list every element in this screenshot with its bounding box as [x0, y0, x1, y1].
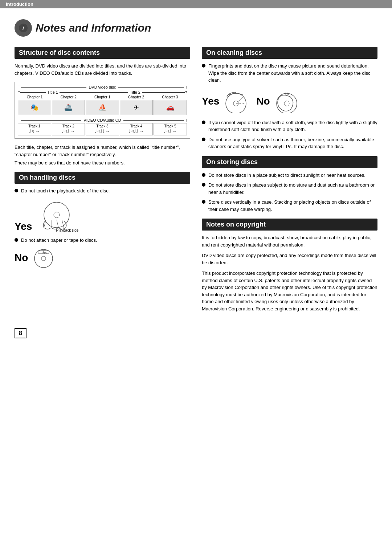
- page-title-box: i Notes and Information: [15, 19, 377, 37]
- track-4: Track 4 ♩♫♩♩ ～: [120, 123, 153, 135]
- storing-bullet-3: Store discs vertically in a case. Stacki…: [202, 199, 377, 213]
- svg-text:No: No: [285, 92, 290, 95]
- svg-line-6: [57, 220, 58, 228]
- dvd-diagram: DVD video disc Title 1 Title 2: [15, 82, 190, 139]
- chap-label-2: Chapter 2: [52, 95, 85, 99]
- handling-yes-illustration: [35, 199, 78, 231]
- thumb-4: ✈: [120, 100, 153, 115]
- svg-point-3: [54, 212, 60, 218]
- cleaning-bullet-1: Fingerprints and dust on the disc may ca…: [202, 62, 377, 84]
- track-2: Track 2 ♩♫♩ ～: [52, 123, 85, 135]
- chap-label-5: Chapter 3: [153, 95, 187, 99]
- dvd-thumbs: 🎭 🚢 ⛵ ✈ 🚗: [18, 100, 187, 115]
- right-column: On cleaning discs Fingerprints and dust …: [202, 47, 377, 317]
- title-icon: i: [15, 19, 32, 37]
- handling-bullet-1: Do not touch the playback side of the di…: [15, 187, 190, 195]
- thumb-2: 🚢: [52, 100, 85, 115]
- chap-label-3: Chapter 1: [85, 95, 119, 99]
- handling-no-label: No: [15, 252, 28, 264]
- chap-label-4: Chapter 2: [119, 95, 153, 99]
- handling-yes-label: Yes: [15, 221, 32, 232]
- bullet-dot-s1: [202, 173, 205, 177]
- thumb-5: 🚗: [154, 100, 187, 115]
- page-number: 8: [15, 328, 26, 338]
- bullet-dot-c2: [202, 121, 205, 124]
- bullet-dot-2: [15, 238, 18, 242]
- cleaning-yes-label: Yes: [202, 95, 219, 107]
- audio-cd-label: VIDEO CD/Audio CD: [81, 118, 123, 122]
- handling-no-illustration: No: [31, 247, 56, 269]
- cleaning-section-header: On cleaning discs: [202, 47, 377, 59]
- svg-line-15: [236, 97, 243, 103]
- cleaning-bullet-2: If you cannot wipe off the dust with a s…: [202, 119, 377, 133]
- bullet-dot-1: [15, 189, 18, 192]
- storing-section-header: On storing discs: [202, 156, 377, 168]
- storing-bullet-1: Do not store discs in a place subject to…: [202, 172, 377, 179]
- bullet-dot-s3: [202, 200, 205, 204]
- copyright-section-header: Notes on copyright: [202, 219, 377, 231]
- svg-point-9: [41, 256, 46, 261]
- copyright-para1: It is forbidden by law to copy, broadcas…: [202, 234, 377, 248]
- structure-body-text: Normally, DVD video discs are divided in…: [15, 62, 190, 77]
- copyright-para3: This product incorporates copyright prot…: [202, 270, 377, 312]
- bullet-dot-c1: [202, 64, 205, 68]
- handling-bullet-2: Do not attach paper or tape to discs.: [15, 237, 190, 244]
- svg-point-17: [277, 93, 297, 113]
- track-3: Track 3 ♩♫♩♩ ～: [86, 123, 119, 135]
- dvd-label: DVD video disc: [86, 85, 118, 89]
- page-number-box: 8: [15, 328, 377, 338]
- left-column: Structure of disc contents Normally, DVD…: [15, 47, 190, 317]
- title1-label: Title 1: [46, 90, 60, 94]
- bullet-dot-s2: [202, 183, 205, 187]
- cleaning-no-illustration: No: [272, 90, 301, 113]
- cleaning-bullet-3: Do not use any type of solvent such as t…: [202, 136, 377, 150]
- cleaning-yes-illustration: [221, 90, 250, 113]
- page-title: Notes and Information: [36, 22, 151, 34]
- handling-no-block: No No: [15, 247, 190, 269]
- thumb-3: ⛵: [86, 100, 119, 115]
- audio-tracks: Track 1 ♩♫ ～ Track 2 ♩♫♩ ～ Track 3 ♩♫♩♩ …: [18, 123, 187, 135]
- bullet-dot-c3: [202, 138, 205, 141]
- structure-section-header: Structure of disc contents: [15, 47, 190, 59]
- header-label: Introduction: [6, 1, 33, 7]
- header-bar: Introduction: [0, 0, 392, 8]
- svg-text:No: No: [42, 251, 47, 255]
- cleaning-yes-no-row: Yes No: [202, 90, 377, 113]
- chap-label-1: Chapter 1: [18, 95, 52, 99]
- handling-yes-block: Yes Playback side: [15, 199, 190, 232]
- playback-side-label: Playback side: [56, 228, 79, 232]
- structure-footer1: Each title, chapter, or track is assigne…: [15, 144, 190, 167]
- track-1: Track 1 ♩♫ ～: [18, 123, 51, 135]
- storing-bullet-2: Do not store discs in places subject to …: [202, 182, 377, 196]
- copyright-para2: DVD video discs are copy protected, and …: [202, 252, 377, 266]
- thumb-1: 🎭: [18, 100, 51, 115]
- track-5: Track 5 ♩♫♩ ～: [154, 123, 187, 135]
- title2-label: Title 2: [128, 90, 142, 94]
- svg-point-18: [284, 101, 289, 106]
- handling-section-header: On handling discs: [15, 172, 190, 184]
- cleaning-no-label: No: [256, 95, 270, 107]
- svg-point-2: [44, 202, 69, 228]
